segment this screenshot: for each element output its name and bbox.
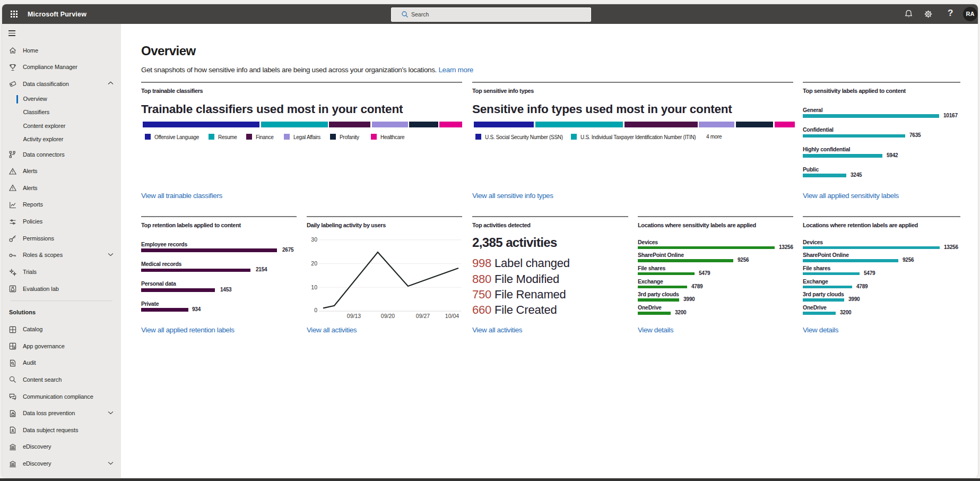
svg-text:30: 30 — [311, 236, 317, 243]
svg-text:10/04: 10/04 — [445, 313, 459, 319]
svg-text:10: 10 — [311, 284, 317, 290]
svg-text:09/13: 09/13 — [347, 313, 361, 319]
svg-text:0: 0 — [314, 307, 317, 313]
svg-text:09/20: 09/20 — [381, 313, 395, 319]
svg-text:20: 20 — [311, 260, 317, 267]
svg-text:09/27: 09/27 — [416, 313, 430, 319]
